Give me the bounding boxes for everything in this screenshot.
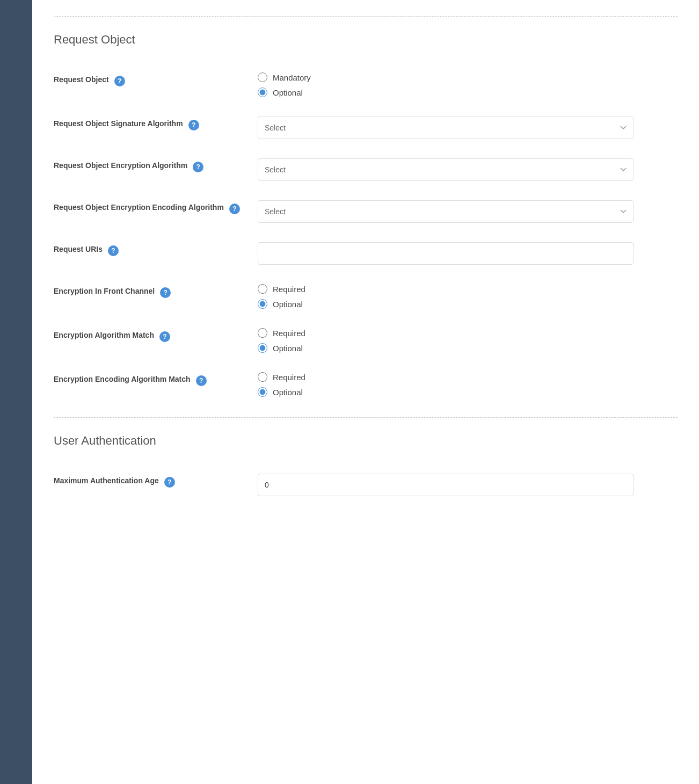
request-object-radio-group: Mandatory Optional xyxy=(258,72,678,97)
request-object-row: Request Object ? Mandatory Optional xyxy=(54,63,678,107)
request-object-control: Mandatory Optional xyxy=(258,72,678,97)
encryption-algorithm-match-label: Encryption Algorithm Match xyxy=(54,330,154,341)
encryption-encoding-algorithm-help-icon[interactable]: ? xyxy=(229,204,240,214)
encryption-algorithm-select[interactable]: Select xyxy=(258,158,634,181)
encryption-front-channel-optional-option[interactable]: Optional xyxy=(258,299,678,309)
encryption-front-channel-control: Required Optional xyxy=(258,284,678,309)
encryption-algorithm-match-control: Required Optional xyxy=(258,328,678,353)
request-uris-control xyxy=(258,242,678,265)
encryption-algorithm-match-required-label: Required xyxy=(273,329,305,338)
signature-algorithm-select[interactable]: Select xyxy=(258,117,634,139)
encryption-encoding-match-optional-label: Optional xyxy=(273,388,303,397)
max-auth-age-input[interactable] xyxy=(258,474,634,496)
encryption-front-channel-label-col: Encryption In Front Channel ? xyxy=(54,284,258,298)
encryption-encoding-match-help-icon[interactable]: ? xyxy=(196,375,207,386)
request-object-optional-label: Optional xyxy=(273,88,303,97)
encryption-front-channel-row: Encryption In Front Channel ? Required O… xyxy=(54,274,678,318)
encryption-encoding-match-label: Encryption Encoding Algorithm Match xyxy=(54,374,191,385)
request-object-optional-radio[interactable] xyxy=(258,88,267,97)
encryption-algorithm-match-help-icon[interactable]: ? xyxy=(159,331,170,342)
request-object-mandatory-option[interactable]: Mandatory xyxy=(258,72,678,82)
signature-algorithm-help-icon[interactable]: ? xyxy=(188,120,199,130)
signature-algorithm-control: Select xyxy=(258,117,678,139)
request-object-label: Request Object xyxy=(54,75,109,85)
encryption-encoding-algorithm-row: Request Object Encryption Encoding Algor… xyxy=(54,191,678,233)
encryption-algorithm-control: Select xyxy=(258,158,678,181)
encryption-algorithm-match-radio-group: Required Optional xyxy=(258,328,678,353)
request-uris-help-icon[interactable]: ? xyxy=(108,245,119,256)
encryption-encoding-algorithm-label-col: Request Object Encryption Encoding Algor… xyxy=(54,200,258,214)
encryption-algorithm-label-col: Request Object Encryption Algorithm ? xyxy=(54,158,258,172)
sidebar xyxy=(0,0,32,784)
encryption-encoding-match-required-radio[interactable] xyxy=(258,372,267,382)
request-object-section-title: Request Object xyxy=(54,33,678,47)
encryption-encoding-match-control: Required Optional xyxy=(258,372,678,397)
signature-algorithm-row: Request Object Signature Algorithm ? Sel… xyxy=(54,107,678,149)
request-object-optional-option[interactable]: Optional xyxy=(258,88,678,97)
signature-algorithm-label: Request Object Signature Algorithm xyxy=(54,119,183,129)
encryption-encoding-match-optional-option[interactable]: Optional xyxy=(258,387,678,397)
encryption-front-channel-radio-group: Required Optional xyxy=(258,284,678,309)
signature-algorithm-label-col: Request Object Signature Algorithm ? xyxy=(54,117,258,130)
encryption-front-channel-required-option[interactable]: Required xyxy=(258,284,678,294)
encryption-encoding-algorithm-label: Request Object Encryption Encoding Algor… xyxy=(54,202,224,213)
main-content: Request Object Request Object ? Mandator… xyxy=(32,0,699,784)
max-auth-age-control xyxy=(258,474,678,496)
encryption-front-channel-help-icon[interactable]: ? xyxy=(160,287,171,298)
encryption-encoding-match-label-col: Encryption Encoding Algorithm Match ? xyxy=(54,372,258,386)
max-auth-age-label: Maximum Authentication Age xyxy=(54,476,159,487)
user-authentication-section-title: User Authentication xyxy=(54,434,678,448)
request-object-section: Request Object Request Object ? Mandator… xyxy=(54,33,678,406)
encryption-front-channel-optional-radio[interactable] xyxy=(258,299,267,309)
encryption-encoding-match-required-option[interactable]: Required xyxy=(258,372,678,382)
encryption-encoding-match-optional-radio[interactable] xyxy=(258,387,267,397)
encryption-algorithm-match-optional-label: Optional xyxy=(273,344,303,353)
encryption-encoding-match-required-label: Required xyxy=(273,373,305,382)
max-auth-age-help-icon[interactable]: ? xyxy=(164,477,175,488)
encryption-algorithm-row: Request Object Encryption Algorithm ? Se… xyxy=(54,149,678,191)
encryption-encoding-match-radio-group: Required Optional xyxy=(258,372,678,397)
user-authentication-section: User Authentication Maximum Authenticati… xyxy=(54,434,678,506)
request-uris-row: Request URIs ? xyxy=(54,233,678,274)
request-object-label-col: Request Object ? xyxy=(54,72,258,86)
encryption-algorithm-help-icon[interactable]: ? xyxy=(193,162,203,172)
request-uris-label: Request URIs xyxy=(54,244,103,255)
section-separator xyxy=(54,417,678,418)
top-divider xyxy=(54,16,678,17)
encryption-algorithm-match-label-col: Encryption Algorithm Match ? xyxy=(54,328,258,342)
encryption-front-channel-required-radio[interactable] xyxy=(258,284,267,294)
encryption-algorithm-match-required-option[interactable]: Required xyxy=(258,328,678,338)
request-object-mandatory-radio[interactable] xyxy=(258,72,267,82)
encryption-encoding-match-row: Encryption Encoding Algorithm Match ? Re… xyxy=(54,362,678,406)
encryption-front-channel-optional-label: Optional xyxy=(273,300,303,309)
max-auth-age-row: Maximum Authentication Age ? xyxy=(54,464,678,506)
encryption-algorithm-match-optional-option[interactable]: Optional xyxy=(258,343,678,353)
encryption-algorithm-match-row: Encryption Algorithm Match ? Required Op… xyxy=(54,318,678,362)
encryption-algorithm-match-required-radio[interactable] xyxy=(258,328,267,338)
request-uris-input[interactable] xyxy=(258,242,634,265)
request-object-mandatory-label: Mandatory xyxy=(273,73,311,82)
request-object-help-icon[interactable]: ? xyxy=(114,76,125,86)
request-uris-label-col: Request URIs ? xyxy=(54,242,258,256)
encryption-encoding-algorithm-control: Select xyxy=(258,200,678,223)
max-auth-age-label-col: Maximum Authentication Age ? xyxy=(54,474,258,488)
encryption-front-channel-label: Encryption In Front Channel xyxy=(54,286,155,297)
encryption-front-channel-required-label: Required xyxy=(273,285,305,294)
encryption-algorithm-match-optional-radio[interactable] xyxy=(258,343,267,353)
encryption-encoding-algorithm-select[interactable]: Select xyxy=(258,200,634,223)
encryption-algorithm-label: Request Object Encryption Algorithm xyxy=(54,161,187,171)
